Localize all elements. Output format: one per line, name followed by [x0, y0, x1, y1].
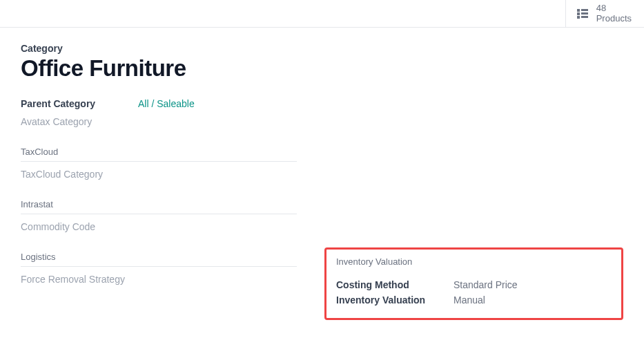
intrastat-heading: Intrastat — [21, 199, 297, 214]
taxcloud-category-label: TaxCloud Category — [21, 169, 138, 180]
products-count: 48 — [596, 3, 632, 13]
inventory-valuation-heading: Inventory Valuation — [336, 256, 612, 272]
list-icon — [577, 9, 589, 19]
category-label: Category — [21, 43, 623, 54]
products-label: Products — [596, 14, 632, 24]
parent-category-label: Parent Category — [21, 98, 138, 109]
commodity-code-row: Commodity Code — [21, 221, 297, 232]
inventory-valuation-box: Inventory Valuation Costing Method Stand… — [324, 247, 623, 320]
inventory-valuation-value[interactable]: Manual — [453, 294, 485, 306]
parent-category-value[interactable]: All / Saleable — [138, 98, 195, 109]
commodity-code-label: Commodity Code — [21, 221, 138, 232]
topbar: 48 Products — [0, 0, 644, 28]
force-removal-row: Force Removal Strategy — [21, 274, 297, 285]
inventory-valuation-row: Inventory Valuation Manual — [336, 294, 612, 306]
products-text: 48 Products — [596, 3, 632, 24]
avatax-category-label: Avatax Category — [21, 116, 138, 127]
logistics-heading: Logistics — [21, 252, 297, 267]
avatax-category-row: Avatax Category — [21, 116, 623, 127]
costing-method-label: Costing Method — [336, 279, 453, 290]
inventory-valuation-column: Inventory Valuation Costing Method Stand… — [324, 252, 623, 320]
category-title[interactable]: Office Furniture — [21, 55, 623, 82]
logistics-column: Logistics Force Removal Strategy — [21, 252, 297, 320]
force-removal-label: Force Removal Strategy — [21, 274, 138, 285]
bottom-columns: Logistics Force Removal Strategy Invento… — [21, 252, 623, 320]
costing-method-value[interactable]: Standard Price — [453, 279, 518, 290]
parent-category-row: Parent Category All / Saleable — [21, 98, 623, 109]
products-button[interactable]: 48 Products — [565, 0, 632, 27]
costing-method-row: Costing Method Standard Price — [336, 279, 612, 290]
taxcloud-category-row: TaxCloud Category — [21, 169, 297, 180]
content: Category Office Furniture Parent Categor… — [0, 28, 644, 320]
taxcloud-heading: TaxCloud — [21, 147, 297, 162]
inventory-valuation-label: Inventory Valuation — [336, 294, 453, 306]
